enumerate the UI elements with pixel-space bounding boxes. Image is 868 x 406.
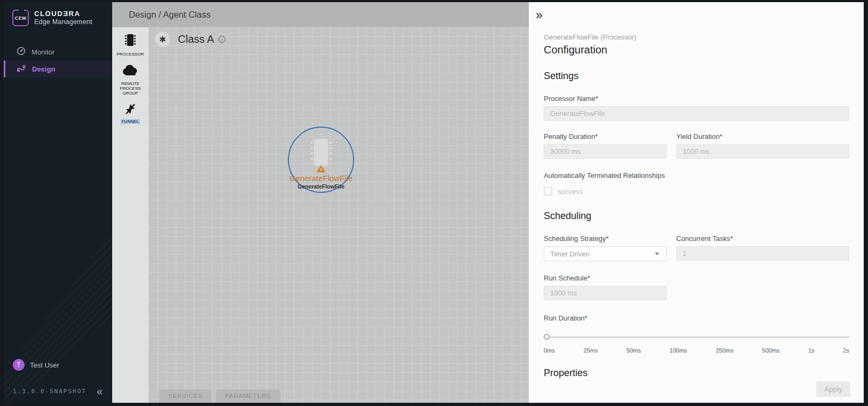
run-duration-ticks: 0ms 25ms 50ms 100ms 250ms 500ms 1s 2s bbox=[544, 347, 849, 354]
user-name: Test User bbox=[30, 361, 59, 369]
scheduling-heading: Scheduling bbox=[544, 210, 849, 222]
sidebar-item-design[interactable]: Design bbox=[4, 60, 112, 77]
success-checkbox-label: success bbox=[558, 188, 583, 196]
tick-label: 100ms bbox=[669, 347, 687, 354]
apply-button[interactable]: Apply bbox=[816, 381, 850, 397]
panel-title: Configuration bbox=[544, 44, 849, 56]
run-schedule-label: Run Schedule* bbox=[544, 274, 667, 282]
run-duration-slider[interactable] bbox=[544, 334, 849, 340]
configuration-panel: » GenerateFlowFile (Processor) Configura… bbox=[529, 2, 864, 403]
canvas-bottom-tabs: SERVICES PARAMETERS bbox=[159, 389, 280, 403]
processor-chip-icon bbox=[123, 33, 138, 50]
user-menu[interactable]: T Test User bbox=[4, 359, 112, 371]
app-logo: CEM CLOUDƎRA Edge Management bbox=[4, 2, 112, 26]
processor-chip-icon bbox=[307, 137, 335, 169]
slider-handle[interactable] bbox=[544, 334, 550, 340]
palette-item-remote-process-group[interactable]: REMOTE PROCESS GROUP bbox=[112, 64, 148, 96]
sidebar-footer: T Test User 1.3.0.0-SNAPSHOT « bbox=[4, 359, 112, 403]
slider-track bbox=[546, 337, 849, 338]
palette-item-funnel[interactable]: FUNNEL bbox=[112, 103, 148, 124]
settings-heading: Settings bbox=[544, 71, 849, 82]
sidebar-nav: Monitor Design bbox=[4, 43, 112, 77]
flow-asterisk-icon: ✱ bbox=[155, 32, 170, 47]
tick-label: 50ms bbox=[627, 347, 641, 354]
flow-design-icon bbox=[17, 64, 26, 74]
sidebar-item-monitor[interactable]: Monitor bbox=[4, 43, 112, 60]
tick-label: 500ms bbox=[762, 347, 780, 354]
panel-collapse-icon[interactable]: » bbox=[536, 9, 542, 21]
cem-badge-text: CEM bbox=[15, 15, 27, 21]
yield-duration-label: Yield Duration* bbox=[676, 132, 849, 140]
cloud-icon bbox=[122, 64, 139, 79]
sidebar-collapse-icon[interactable]: « bbox=[97, 387, 103, 395]
palette-item-label: REMOTE PROCESS GROUP bbox=[116, 81, 144, 96]
processor-name-label: Processor Name* bbox=[544, 95, 849, 103]
processor-node-generateflowfile[interactable]: ! GenerateFlowFile GenerateFlowFile bbox=[288, 127, 354, 193]
tick-label: 250ms bbox=[716, 347, 733, 354]
tab-parameters[interactable]: PARAMETERS bbox=[216, 389, 280, 403]
tick-label: 25ms bbox=[583, 347, 598, 354]
success-checkbox[interactable] bbox=[544, 187, 552, 196]
chevron-down-icon bbox=[655, 253, 659, 255]
palette-item-processor[interactable]: PROCESSOR bbox=[112, 33, 148, 57]
breadcrumb: Design / Agent Class bbox=[129, 10, 210, 20]
node-title: GenerateFlowFile bbox=[290, 174, 353, 183]
tick-label: 0ms bbox=[544, 347, 555, 354]
funnel-icon bbox=[124, 103, 137, 117]
brand-product: Edge Management bbox=[34, 18, 92, 26]
auto-terminate-label: Automatically Terminated Relationships bbox=[544, 171, 849, 179]
node-type-label: GenerateFlowFile bbox=[298, 183, 345, 190]
penalty-duration-input[interactable] bbox=[544, 144, 667, 159]
flow-title: Class A bbox=[178, 33, 214, 45]
scheduling-strategy-label: Scheduling Strategy* bbox=[544, 235, 667, 243]
app-window: CEM CLOUDƎRA Edge Management Monitor bbox=[0, 0, 868, 406]
sidebar-item-label: Design bbox=[32, 65, 55, 73]
sidebar: CEM CLOUDƎRA Edge Management Monitor bbox=[4, 2, 112, 403]
avatar: T bbox=[13, 359, 25, 371]
yield-duration-input[interactable] bbox=[676, 144, 849, 159]
tab-services[interactable]: SERVICES bbox=[159, 389, 212, 403]
scheduling-strategy-value: Timer Driven bbox=[550, 250, 590, 258]
gauge-icon bbox=[17, 46, 26, 57]
run-schedule-input[interactable] bbox=[544, 286, 667, 300]
palette-item-label: PROCESSOR bbox=[116, 52, 144, 57]
info-icon[interactable]: i bbox=[218, 36, 225, 43]
concurrent-tasks-input[interactable] bbox=[676, 246, 849, 261]
scheduling-strategy-select[interactable]: Timer Driven bbox=[544, 246, 667, 261]
tick-label: 1s bbox=[808, 347, 815, 354]
cem-logo-icon: CEM bbox=[12, 10, 29, 26]
component-palette: PROCESSOR REMOTE PROCESS GROUP bbox=[112, 27, 148, 403]
tick-label: 2s bbox=[843, 347, 849, 354]
sidebar-item-label: Monitor bbox=[32, 48, 54, 56]
panel-subtitle: GenerateFlowFile (Processor) bbox=[544, 33, 849, 41]
version-label: 1.3.0.0-SNAPSHOT bbox=[13, 388, 87, 395]
brand-name: CLOUDƎRA bbox=[34, 10, 92, 18]
penalty-duration-label: Penalty Duration* bbox=[544, 132, 667, 140]
run-duration-label: Run Duration* bbox=[544, 314, 849, 322]
properties-heading: Properties bbox=[544, 368, 849, 379]
processor-name-input[interactable] bbox=[544, 106, 849, 121]
concurrent-tasks-label: Concurrent Tasks* bbox=[676, 235, 849, 243]
palette-item-label: FUNNEL bbox=[121, 119, 140, 124]
